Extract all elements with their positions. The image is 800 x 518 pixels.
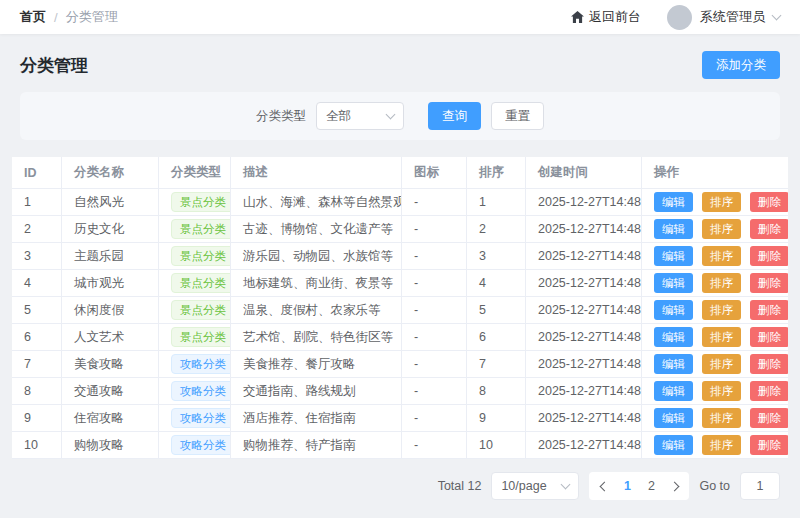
table-row: 4 城市观光 景点分类 地标建筑、商业街、夜景等 - 4 2025-12-27T… (12, 270, 788, 297)
page-title: 分类管理 (20, 54, 88, 77)
edit-button[interactable]: 编辑 (654, 219, 693, 239)
sort-button[interactable]: 排序 (702, 192, 741, 212)
user-menu[interactable]: 系统管理员 (667, 5, 780, 30)
cell-sort: 7 (467, 351, 526, 378)
delete-button[interactable]: 删除 (750, 273, 788, 293)
cell-created: 2025-12-27T14:48:35 (526, 405, 642, 432)
content: 分类管理 添加分类 分类类型 全部 查询 重置 ID 分类名称 分类类型 描述 … (0, 51, 800, 500)
cell-name: 交通攻略 (62, 378, 159, 405)
cell-icon: - (402, 243, 467, 270)
edit-button[interactable]: 编辑 (654, 327, 693, 347)
cell-actions: 编辑 排序 删除 (642, 243, 788, 270)
cell-icon: - (402, 270, 467, 297)
column-header-type: 分类类型 (159, 157, 231, 189)
cell-created: 2025-12-27T14:48:35 (526, 432, 642, 459)
cell-id: 7 (12, 351, 62, 378)
cell-id: 6 (12, 324, 62, 351)
goto-label: Go to (699, 479, 730, 493)
cell-created: 2025-12-27T14:48:35 (526, 378, 642, 405)
table-row: 8 交通攻略 攻略分类 交通指南、路线规划 - 8 2025-12-27T14:… (12, 378, 788, 405)
category-table: ID 分类名称 分类类型 描述 图标 排序 创建时间 操作 1 自然风光 景点分… (12, 157, 788, 459)
edit-button[interactable]: 编辑 (654, 192, 693, 212)
back-to-front-label: 返回前台 (589, 8, 641, 26)
edit-button[interactable]: 编辑 (654, 408, 693, 428)
category-type-tag: 景点分类 (171, 273, 231, 293)
cell-desc: 古迹、博物馆、文化遗产等 (231, 216, 402, 243)
avatar (667, 5, 692, 30)
delete-button[interactable]: 删除 (750, 354, 788, 374)
delete-button[interactable]: 删除 (750, 327, 788, 347)
edit-button[interactable]: 编辑 (654, 273, 693, 293)
cell-type: 攻略分类 (159, 378, 231, 405)
category-type-tag: 攻略分类 (171, 381, 231, 401)
cell-sort: 9 (467, 405, 526, 432)
cell-icon: - (402, 378, 467, 405)
edit-button[interactable]: 编辑 (654, 381, 693, 401)
sort-button[interactable]: 排序 (702, 381, 741, 401)
sort-button[interactable]: 排序 (702, 219, 741, 239)
cell-created: 2025-12-27T14:48:35 (526, 324, 642, 351)
sort-button[interactable]: 排序 (702, 435, 741, 455)
cell-id: 5 (12, 297, 62, 324)
pager: 12 (589, 472, 689, 500)
sort-button[interactable]: 排序 (702, 273, 741, 293)
page-number-button[interactable]: 1 (615, 479, 639, 493)
edit-button[interactable]: 编辑 (654, 246, 693, 266)
title-row: 分类管理 添加分类 (20, 51, 780, 79)
add-category-button[interactable]: 添加分类 (702, 51, 780, 79)
cell-desc: 购物推荐、特产指南 (231, 432, 402, 459)
delete-button[interactable]: 删除 (750, 435, 788, 455)
column-header-name: 分类名称 (62, 157, 159, 189)
delete-button[interactable]: 删除 (750, 246, 788, 266)
page-number-button[interactable]: 2 (639, 479, 663, 493)
cell-name: 历史文化 (62, 216, 159, 243)
delete-button[interactable]: 删除 (750, 300, 788, 320)
cell-desc: 艺术馆、剧院、特色街区等 (231, 324, 402, 351)
cell-name: 人文艺术 (62, 324, 159, 351)
cell-type: 景点分类 (159, 270, 231, 297)
cell-icon: - (402, 432, 467, 459)
breadcrumb-home-link[interactable]: 首页 (20, 8, 46, 26)
sort-button[interactable]: 排序 (702, 300, 741, 320)
next-page-button[interactable] (663, 472, 685, 500)
edit-button[interactable]: 编辑 (654, 354, 693, 374)
cell-id: 1 (12, 189, 62, 216)
delete-button[interactable]: 删除 (750, 192, 788, 212)
cell-sort: 1 (467, 189, 526, 216)
cell-name: 城市观光 (62, 270, 159, 297)
cell-type: 景点分类 (159, 297, 231, 324)
prev-page-button[interactable] (593, 472, 615, 500)
edit-button[interactable]: 编辑 (654, 435, 693, 455)
cell-id: 10 (12, 432, 62, 459)
back-to-front-link[interactable]: 返回前台 (571, 8, 641, 26)
goto-page-input[interactable] (740, 472, 780, 500)
search-button[interactable]: 查询 (428, 102, 481, 130)
delete-button[interactable]: 删除 (750, 381, 788, 401)
cell-icon: - (402, 351, 467, 378)
cell-created: 2025-12-27T14:48:35 (526, 216, 642, 243)
delete-button[interactable]: 删除 (750, 219, 788, 239)
sort-button[interactable]: 排序 (702, 246, 741, 266)
category-type-select[interactable]: 全部 (316, 102, 404, 130)
delete-button[interactable]: 删除 (750, 408, 788, 428)
edit-button[interactable]: 编辑 (654, 300, 693, 320)
table-row: 7 美食攻略 攻略分类 美食推荐、餐厅攻略 - 7 2025-12-27T14:… (12, 351, 788, 378)
category-type-select-value: 全部 (326, 108, 351, 125)
sort-button[interactable]: 排序 (702, 408, 741, 428)
cell-desc: 地标建筑、商业街、夜景等 (231, 270, 402, 297)
cell-desc: 酒店推荐、住宿指南 (231, 405, 402, 432)
sort-button[interactable]: 排序 (702, 354, 741, 374)
category-type-tag: 攻略分类 (171, 435, 231, 455)
cell-icon: - (402, 405, 467, 432)
cell-actions: 编辑 排序 删除 (642, 432, 788, 459)
page-size-select[interactable]: 10/page (491, 472, 579, 500)
category-type-tag: 景点分类 (171, 300, 231, 320)
reset-button[interactable]: 重置 (491, 102, 544, 130)
cell-created: 2025-12-27T14:48:35 (526, 270, 642, 297)
cell-actions: 编辑 排序 删除 (642, 351, 788, 378)
cell-name: 自然风光 (62, 189, 159, 216)
column-header-actions: 操作 (642, 157, 788, 189)
category-type-tag: 攻略分类 (171, 408, 231, 428)
cell-actions: 编辑 排序 删除 (642, 378, 788, 405)
sort-button[interactable]: 排序 (702, 327, 741, 347)
